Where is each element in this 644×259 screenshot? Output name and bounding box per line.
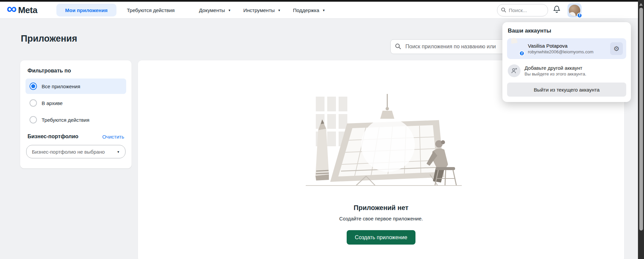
create-app-button[interactable]: Создать приложение [347, 230, 415, 245]
tab-my-apps-label: Мои приложения [65, 7, 108, 13]
scrollbar-up-arrow-icon[interactable] [639, 3, 643, 6]
search-icon [395, 43, 401, 51]
account-email: robynwhite2006@leiomyoms.com [528, 49, 593, 54]
chevron-down-icon: ▼ [117, 150, 120, 154]
logout-button[interactable]: Выйти из текущего аккаунта [507, 83, 626, 97]
account-avatar: f [510, 42, 524, 55]
filter-option-all-apps[interactable]: Все приложения [26, 79, 126, 94]
clear-link[interactable]: Очистить [102, 134, 124, 140]
scrollbar-thumb[interactable] [639, 8, 643, 230]
tab-required-actions[interactable]: Требуются действия [127, 2, 175, 18]
filter-option-label: Все приложения [42, 84, 80, 89]
add-account-title: Добавьте другой аккаунт [525, 65, 586, 71]
notifications-button[interactable] [551, 2, 562, 18]
account-texts: Vasilisa Potapova robynwhite2006@leiomyo… [528, 43, 593, 54]
top-navbar: ∞ Meta Мои приложения Требуются действия… [0, 2, 644, 19]
chevron-down-icon: ▼ [278, 8, 281, 12]
account-row[interactable]: f Vasilisa Potapova robynwhite2006@leiom… [507, 38, 626, 59]
search-icon [501, 7, 506, 14]
tab-support[interactable]: Поддержка ▼ [293, 2, 325, 18]
filter-option-label: Требуются действия [42, 117, 89, 123]
account-settings-button[interactable]: ⚙ [610, 42, 623, 55]
meta-infinity-icon: ∞ [7, 4, 17, 14]
global-search [497, 4, 548, 16]
meta-logo-text: Meta [18, 5, 37, 15]
meta-logo[interactable]: ∞ Meta [7, 2, 37, 18]
vertical-scrollbar[interactable] [638, 0, 644, 259]
chevron-down-icon: ▼ [228, 8, 231, 12]
filter-option-required-actions[interactable]: Требуются действия [26, 112, 126, 127]
tab-my-apps[interactable]: Мои приложения [56, 4, 116, 16]
facebook-badge-icon: f [519, 51, 525, 56]
add-account-subtitle: Вы выйдете из этого аккаунта. [525, 71, 586, 76]
tab-tools-label: Инструменты [243, 7, 275, 13]
business-portfolio-select-value: Бизнес-портфолио не выбрано [32, 149, 105, 155]
business-portfolio-select[interactable]: Бизнес-портфолио не выбрано ▼ [26, 145, 126, 158]
facebook-badge-icon: f [577, 13, 582, 18]
tab-required-actions-label: Требуются действия [127, 7, 175, 13]
account-menu: Ваши аккаунты f Vasilisa Potapova robynw… [502, 22, 631, 102]
gear-icon: ⚙ [613, 45, 620, 52]
radio-icon[interactable] [30, 116, 37, 123]
business-portfolio-row: Бизнес-портфолио Очистить [28, 134, 124, 140]
empty-state-subtitle: Создайте свое первое приложение. [339, 216, 423, 221]
empty-state-title: Приложений нет [354, 204, 408, 212]
empty-state-illustration [287, 94, 475, 195]
radio-icon[interactable] [30, 99, 37, 107]
tab-support-label: Поддержка [293, 7, 319, 13]
tab-tools[interactable]: Инструменты ▼ [243, 2, 281, 18]
filter-title: Фильтровать по [28, 68, 126, 74]
filter-option-label: В архиве [42, 100, 63, 106]
chevron-down-icon: ▼ [322, 8, 325, 12]
top-black-strip [0, 0, 644, 2]
filter-card: Фильтровать по Все приложения В архиве Т… [20, 60, 132, 168]
filter-option-archived[interactable]: В архиве [26, 95, 126, 111]
business-portfolio-label: Бизнес-портфолио [28, 134, 79, 140]
account-avatar-button[interactable]: f [567, 3, 582, 17]
radio-checked-icon[interactable] [30, 83, 37, 90]
add-account-texts: Добавьте другой аккаунт Вы выйдете из эт… [525, 65, 586, 76]
page-title: Приложения [21, 34, 77, 44]
person-add-icon [508, 64, 521, 77]
account-menu-title: Ваши аккаунты [508, 28, 626, 34]
tab-docs-label: Документы [199, 7, 225, 13]
add-account-row[interactable]: Добавьте другой аккаунт Вы выйдете из эт… [508, 64, 626, 77]
bell-icon [553, 5, 561, 15]
tab-docs[interactable]: Документы ▼ [199, 2, 231, 18]
account-name: Vasilisa Potapova [528, 43, 593, 49]
